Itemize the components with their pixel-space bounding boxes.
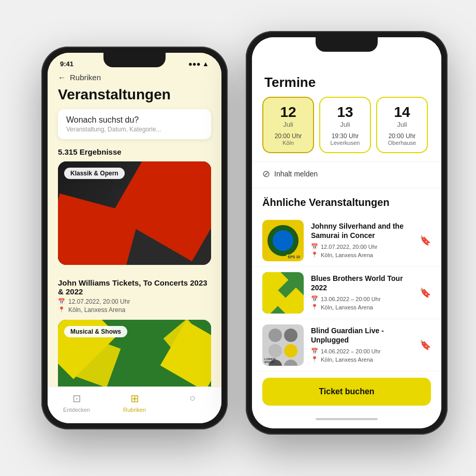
- location-icon-1: 📍: [311, 304, 318, 310]
- date-day-1: 13: [328, 104, 363, 121]
- date-month-0: Juli: [271, 121, 306, 128]
- nav-entdecken-label: Entdecken: [63, 407, 90, 413]
- results-count: 5.315 Ergebnisse: [48, 147, 221, 161]
- calendar-icon-1: 📅: [311, 295, 318, 302]
- card1-details: John Williams Tickets, To Concerts 2023 …: [48, 272, 221, 320]
- location-icon-0: 📍: [311, 251, 318, 258]
- blind-circle-3: [284, 344, 298, 358]
- bottom-nav: ⊡ Entdecken ⊞ Rubriken ○: [48, 386, 221, 423]
- card1-date: 📅 12.07.2022, 20:00 Uhr: [58, 298, 211, 305]
- right-section-title: Termine: [252, 56, 441, 97]
- event-title-2: Blind Guardian Live - Unplugged: [311, 326, 412, 345]
- bookmark-icon-1[interactable]: 🔖: [420, 287, 431, 299]
- nav-rubriken-label: Rubriken: [123, 407, 146, 413]
- report-row[interactable]: ⊘ Inhalt melden: [252, 161, 441, 188]
- event-location-2: 📍 Köln, Lanxess Arena: [311, 356, 412, 363]
- thumb-art-johnny: EPS 10: [262, 220, 304, 261]
- nav-rubriken[interactable]: ⊞ Rubriken: [106, 392, 163, 413]
- back-arrow[interactable]: ←: [58, 73, 66, 82]
- event-title-1: Blues Brothers World Tour 2022: [311, 274, 412, 292]
- notch-left: [103, 53, 166, 67]
- thumb-art-blind: LOREMIPSUM.: [262, 324, 304, 366]
- date-time-0: 20:00 Uhr: [271, 132, 306, 140]
- bookmark-icon-2[interactable]: 🔖: [420, 339, 431, 351]
- event-thumb-0: EPS 10: [262, 220, 304, 261]
- date-time-1: 19:30 Uhr: [328, 132, 363, 140]
- event-item-0[interactable]: EPS 10 Johnny Silverhand and the Samurai…: [252, 215, 441, 267]
- event-card-1[interactable]: Klassik & Opern: [58, 161, 211, 265]
- event-location-1: 📍 Köln, Lanxess Arena: [311, 304, 412, 310]
- date-day-0: 12: [271, 104, 306, 121]
- event-item-2[interactable]: LOREMIPSUM. Blind Guardian Live - Unplug…: [252, 319, 441, 371]
- search-label: Wonach suchst du?: [66, 115, 203, 125]
- phone-right-screen: Termine 12 Juli 20:00 Uhr Köln 13 Juli 1…: [252, 37, 441, 428]
- event-info-0: Johnny Silverhand and the Samurai in Con…: [311, 221, 412, 260]
- phone-left: 9:41 ●●● ▲ ← Rubriken Veranstaltungen Wo…: [41, 47, 228, 429]
- card-tag-2: Musical & Shows: [64, 326, 127, 337]
- rubriken-icon: ⊞: [130, 392, 139, 405]
- date-month-1: Juli: [328, 121, 363, 128]
- card1-location: 📍 Köln, Lanxess Arena: [58, 306, 211, 314]
- extra-icon: ○: [189, 392, 196, 404]
- date-time-2: 20:00 Uhr: [384, 132, 420, 140]
- location-icon: 📍: [58, 306, 65, 313]
- event-info-1: Blues Brothers World Tour 2022 📅 13.06.2…: [311, 274, 412, 312]
- thumb-art-blues: lōremipsum: [262, 272, 304, 314]
- event-date-2: 📅 14.06.2022 – 20:00 Uhr: [311, 348, 412, 354]
- calendar-icon-2: 📅: [311, 348, 318, 354]
- ticket-button[interactable]: Ticket buchen: [262, 378, 431, 406]
- discover-icon: ⊡: [72, 392, 81, 405]
- event-info-2: Blind Guardian Live - Unplugged 📅 14.06.…: [311, 326, 412, 364]
- event-thumb-2: LOREMIPSUM.: [262, 324, 304, 366]
- nav-extra[interactable]: ○: [163, 392, 221, 413]
- phone-right: Termine 12 Juli 20:00 Uhr Köln 13 Juli 1…: [246, 31, 448, 435]
- date-city-0: Köln: [271, 140, 306, 146]
- nav-entdecken[interactable]: ⊡ Entdecken: [48, 392, 106, 413]
- event-title-0: Johnny Silverhand and the Samurai in Con…: [311, 221, 412, 240]
- event-date-1: 📅 13.06.2022 – 20:00 Uhr: [311, 295, 412, 302]
- calendar-icon: 📅: [58, 298, 65, 305]
- bookmark-icon-0[interactable]: 🔖: [420, 235, 431, 246]
- search-sub: Veranstaltung, Datum, Kategorie...: [66, 126, 203, 133]
- page-title: Veranstaltungen: [48, 86, 221, 109]
- thumb-johnny-inner: [278, 235, 288, 246]
- event-date-0: 📅 12.07.2022, 20:00 Uhr: [311, 243, 412, 250]
- back-nav[interactable]: ← Rubriken: [48, 71, 221, 86]
- search-bar[interactable]: Wonach suchst du? Veranstaltung, Datum, …: [58, 109, 211, 139]
- blind-circle-2: [269, 344, 282, 358]
- notch-right: [316, 37, 378, 52]
- date-day-2: 14: [384, 104, 420, 121]
- phones-container: 9:41 ●●● ▲ ← Rubriken Veranstaltungen Wo…: [0, 0, 476, 476]
- event-item-1[interactable]: lōremipsum Blues Brothers World Tour 202…: [252, 267, 441, 319]
- blind-circle-5: [284, 360, 298, 366]
- date-city-1: Leverkusen: [328, 140, 363, 146]
- blind-circle-1: [284, 329, 298, 342]
- card-tag-1: Klassik & Opern: [64, 168, 125, 179]
- date-card-2[interactable]: 14 Juli 20:00 Uhr Oberhause: [376, 97, 428, 153]
- date-card-1[interactable]: 13 Juli 19:30 Uhr Leverkusen: [319, 97, 371, 153]
- report-icon: ⊘: [262, 168, 270, 180]
- date-month-2: Juli: [384, 121, 420, 128]
- home-indicator: [252, 418, 441, 424]
- location-icon-2: 📍: [311, 356, 318, 363]
- status-icons: ●●● ▲: [188, 60, 209, 68]
- status-time: 9:41: [60, 60, 73, 68]
- right-content: Termine 12 Juli 20:00 Uhr Köln 13 Juli 1…: [252, 37, 441, 428]
- calendar-icon-0: 📅: [311, 243, 318, 250]
- left-content: 9:41 ●●● ▲ ← Rubriken Veranstaltungen Wo…: [48, 53, 221, 423]
- blind-circle-0: [269, 329, 282, 342]
- date-card-0[interactable]: 12 Juli 20:00 Uhr Köln: [262, 97, 314, 153]
- report-label: Inhalt melden: [274, 170, 318, 178]
- phone-left-screen: 9:41 ●●● ▲ ← Rubriken Veranstaltungen Wo…: [48, 53, 221, 423]
- nav-label[interactable]: Rubriken: [70, 73, 101, 82]
- card1-title: John Williams Tickets, To Concerts 2023 …: [58, 272, 211, 298]
- home-bar: [316, 418, 378, 420]
- event-thumb-1: lōremipsum: [262, 272, 304, 314]
- event-location-0: 📍 Köln, Lanxess Arena: [311, 251, 412, 258]
- dates-row: 12 Juli 20:00 Uhr Köln 13 Juli 19:30 Uhr…: [252, 97, 441, 161]
- similar-title: Ähnliche Veranstaltungen: [252, 188, 441, 215]
- date-city-2: Oberhause: [384, 140, 420, 146]
